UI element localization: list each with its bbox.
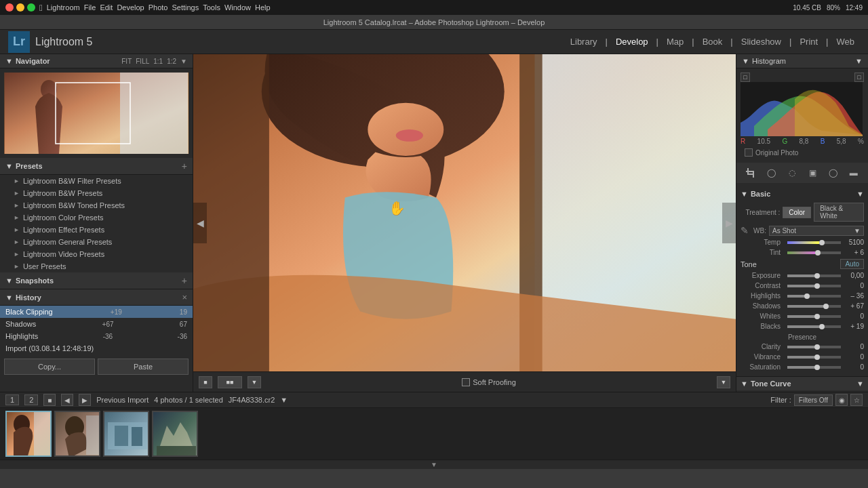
filter-flag-btn[interactable]: ◉ (835, 394, 848, 406)
paste-button[interactable]: Paste (98, 359, 189, 375)
app-navigation[interactable]: Library | Develop | Map | Book | Slidesh… (565, 34, 860, 49)
preset-item-bw[interactable]: ► Lightroom B&W Presets (0, 187, 193, 199)
preset-item-general[interactable]: ► Lightroom General Presets (0, 236, 193, 248)
preset-item-bwtoned[interactable]: ► Lightroom B&W Toned Presets (0, 199, 193, 211)
spot-removal-tool[interactable]: ◯ (763, 165, 779, 180)
fit-btn[interactable]: FIT (121, 58, 132, 65)
menu-settings[interactable]: Settings (172, 3, 199, 12)
wb-dropdown-icon[interactable]: ▼ (854, 227, 861, 235)
nav-library[interactable]: Library (565, 34, 603, 49)
basic-menu-icon[interactable]: ▼ (856, 190, 864, 198)
navigator-controls[interactable]: FIT FILL 1:1 1:2 ▼ (121, 58, 187, 65)
soft-proofing-toggle[interactable]: Soft Proofing (462, 378, 516, 386)
bottom-expand-icon[interactable]: ▼ (431, 461, 437, 468)
color-treatment-btn[interactable]: Color (783, 207, 811, 218)
prev-nav-btn[interactable]: ◀ (61, 394, 73, 406)
highlights-slider-thumb[interactable] (804, 293, 810, 299)
blacks-slider-thumb[interactable] (819, 324, 825, 329)
bottom-expand-bar[interactable]: ▼ (0, 460, 868, 469)
original-photo-checkbox[interactable] (745, 148, 753, 157)
whites-slider[interactable] (787, 315, 841, 318)
adjustment-brush-tool[interactable]: ▬ (846, 165, 862, 180)
filmstrip-thumb-3[interactable] (103, 411, 149, 457)
toolbar-dropdown-btn[interactable]: ▼ (717, 376, 730, 388)
snapshots-header[interactable]: ▼ Snapshots + (0, 272, 193, 289)
temp-slider[interactable] (787, 241, 841, 244)
preset-item-color[interactable]: ► Lightroom Color Presets (0, 211, 193, 224)
filmstrip-file-label[interactable]: JF4A8338.cr2 (229, 396, 275, 404)
history-close-button[interactable]: × (182, 292, 187, 302)
contrast-slider[interactable] (787, 285, 841, 287)
1to1-btn[interactable]: 1:1 (153, 58, 163, 65)
menu-edit[interactable]: Edit (100, 3, 113, 12)
preset-item-user[interactable]: ► User Presets (0, 260, 193, 272)
preset-item-video[interactable]: ► Lightroom Video Presets (0, 248, 193, 260)
blacks-slider[interactable] (787, 325, 841, 328)
temp-slider-thumb[interactable] (819, 240, 825, 245)
vibrance-slider[interactable] (787, 356, 841, 359)
exposure-slider-thumb[interactable] (814, 273, 820, 279)
bw-treatment-btn[interactable]: Black & White (814, 203, 864, 222)
maximize-button[interactable] (27, 3, 35, 12)
snapshots-add-button[interactable]: + (182, 275, 187, 286)
fill-btn[interactable]: FILL (136, 58, 149, 65)
navigator-header[interactable]: ▼ Navigator FIT FILL 1:1 1:2 ▼ (0, 54, 193, 68)
histogram-corner-btns[interactable]: □ □ (741, 73, 864, 82)
shadows-slider[interactable] (787, 305, 841, 308)
filter-star-btn[interactable]: ☆ (850, 394, 863, 406)
soft-proofing-checkbox[interactable] (462, 378, 470, 386)
menu-lightroom[interactable]: Lightroom (47, 3, 80, 12)
contrast-slider-thumb[interactable] (814, 283, 820, 289)
nav-book[interactable]: Book (697, 34, 728, 49)
presets-add-button[interactable]: + (182, 161, 187, 171)
clarity-slider-thumb[interactable] (814, 344, 820, 350)
auto-tone-button[interactable]: Auto (840, 259, 864, 269)
nav-slideshow[interactable]: Slideshow (736, 34, 787, 49)
history-item-import[interactable]: Import (03.08.14 12:48:19) (0, 342, 193, 354)
next-nav-btn[interactable]: ▶ (79, 394, 91, 406)
tone-curve-menu-icon[interactable]: ▼ (856, 380, 864, 388)
graduated-filter-tool[interactable]: ▣ (804, 165, 821, 180)
view-normal-btn[interactable]: ■ (199, 376, 212, 388)
history-item-highlights[interactable]: Highlights -36 -36 (0, 330, 193, 342)
filter-select[interactable]: Filters Off (794, 394, 833, 406)
apple-icon[interactable]:  (39, 3, 43, 13)
history-item-blackclipping[interactable]: Black Clipping +19 19 (0, 306, 193, 318)
shadows-slider-thumb[interactable] (823, 304, 829, 309)
minimize-button[interactable] (16, 3, 24, 12)
filmstrip-nav-label[interactable]: Previous Import (96, 396, 149, 404)
panel-collapse-left[interactable]: ◀ (193, 203, 207, 243)
page-number-2[interactable]: 2 (24, 394, 38, 405)
history-header[interactable]: ▼ History × (0, 289, 193, 306)
crop-tool[interactable] (743, 165, 759, 180)
copy-button[interactable]: Copy... (4, 359, 95, 375)
nav-map[interactable]: Map (661, 34, 689, 49)
redeye-tool[interactable]: ◌ (784, 165, 800, 180)
clarity-slider[interactable] (787, 346, 841, 348)
1to2-selector[interactable]: 1:2 (167, 58, 176, 65)
history-item-shadows[interactable]: Shadows +67 67 (0, 318, 193, 330)
exposure-slider[interactable] (787, 274, 841, 277)
close-button[interactable] (5, 3, 14, 12)
tools-row[interactable]: ◯ ◌ ▣ ◯ ▬ (736, 163, 868, 183)
histogram-header[interactable]: ▼ Histogram ▼ (736, 54, 868, 68)
vibrance-slider-thumb[interactable] (814, 354, 820, 360)
whites-slider-thumb[interactable] (814, 314, 820, 319)
grid-view-btn[interactable]: ■ (43, 394, 56, 406)
menu-tools[interactable]: Tools (203, 3, 220, 12)
filmstrip-thumb-2[interactable] (54, 411, 100, 457)
zoom-chevron-icon[interactable]: ▼ (180, 58, 187, 65)
presets-header[interactable]: ▼ Presets + (0, 158, 193, 175)
wb-selector[interactable]: As Shot ▼ (769, 226, 864, 236)
nav-print[interactable]: Print (794, 34, 823, 49)
view-compare-btn[interactable]: ■■ (218, 376, 242, 388)
tint-slider-thumb[interactable] (815, 250, 821, 256)
menu-help[interactable]: Help (255, 3, 271, 12)
clip-shadow-btn[interactable]: □ (741, 73, 750, 82)
wb-picker-icon[interactable]: ✎ (741, 225, 749, 236)
preset-item-bwfilter[interactable]: ► Lightroom B&W Filter Presets (0, 175, 193, 187)
filmstrip-file-dropdown-icon[interactable]: ▼ (280, 396, 288, 404)
photo-container[interactable]: ✋ (193, 54, 736, 371)
basic-panel-header[interactable]: ▼ Basic ▼ (741, 187, 864, 201)
radial-filter-tool[interactable]: ◯ (825, 165, 841, 180)
